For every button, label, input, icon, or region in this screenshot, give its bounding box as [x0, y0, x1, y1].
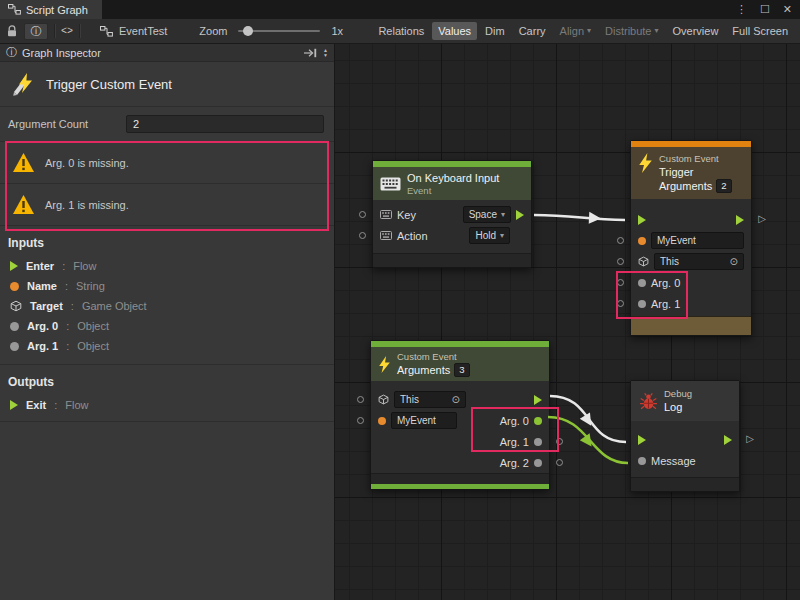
node-footer [373, 253, 531, 267]
arg0-input-port[interactable] [617, 279, 624, 286]
node-trigger-custom-event[interactable]: Custom Event Trigger Arguments2 ▷ MyEven… [630, 140, 752, 336]
input-row-arg1: Arg. 1 : Object [0, 336, 334, 356]
target-input-port[interactable] [357, 396, 364, 403]
name-input-port[interactable] [617, 237, 624, 244]
toolbar-button-dim[interactable]: Dim [479, 22, 511, 40]
graph-inspector-panel: ⓘ Graph Inspector ▲▼ Trigger Custom Even… [0, 44, 335, 600]
toolbar-separator [54, 24, 55, 38]
separator: : [66, 340, 69, 352]
toolbar-separator [79, 24, 80, 38]
object-port-icon [10, 342, 19, 351]
arg1-output-port[interactable] [534, 438, 542, 446]
flow-input-port[interactable] [638, 435, 646, 445]
chevron-down-icon: ▾ [655, 27, 659, 35]
arg2-outer-port[interactable] [556, 459, 563, 466]
node-custom-event-arguments[interactable]: Custom Event Arguments3 This⊙ MyEvent Ar… [370, 340, 550, 490]
port-row-event-name: MyEvent [631, 230, 751, 251]
name-input-port[interactable] [357, 417, 364, 424]
selected-unit-title: Trigger Custom Event [46, 77, 172, 92]
info-button[interactable]: ⓘ [24, 23, 48, 40]
event-name-input[interactable]: MyEvent [391, 412, 457, 429]
toolbar-buttons: Relations Values Dim Carry Align▾ Distri… [372, 22, 794, 40]
action-dropdown[interactable]: Hold▾ [469, 227, 510, 244]
action-input-port[interactable] [359, 232, 366, 239]
flow-output-port[interactable] [724, 435, 732, 445]
zoom-label: Zoom [199, 25, 227, 37]
object-port-icon [638, 279, 646, 287]
toolbar-button-carry[interactable]: Carry [513, 22, 552, 40]
warning-icon [12, 194, 35, 215]
zoom-knob[interactable] [243, 26, 253, 36]
object-picker-icon[interactable]: ⊙ [452, 393, 460, 406]
scroll-spinner[interactable]: ▲▼ [323, 48, 328, 58]
node-title-row: Arguments3 [397, 363, 470, 377]
message-input-port[interactable] [638, 457, 646, 465]
port-type: Object [77, 340, 109, 352]
argument-count-badge: 2 [716, 179, 731, 193]
toolbar-button-values[interactable]: Values [432, 22, 477, 40]
play-indicator-icon: ▷ [758, 214, 766, 224]
keyboard-icon [380, 177, 401, 191]
key-dropdown[interactable]: Space▾ [463, 206, 511, 223]
bolt-icon [378, 356, 391, 373]
arg0-output-port[interactable] [534, 417, 542, 425]
dock-icon[interactable] [303, 48, 318, 58]
event-name[interactable]: EventTest [119, 25, 167, 37]
node-on-keyboard-input[interactable]: On Keyboard Input Event Key Space▾ Actio… [372, 160, 532, 268]
menu-kebab-icon[interactable]: ⋮ [736, 3, 747, 16]
toolbar-button-fullscreen[interactable]: Full Screen [726, 22, 794, 40]
spinner-down-icon[interactable]: ▼ [323, 53, 328, 58]
edit-code-icon[interactable]: <‌> [61, 26, 73, 37]
warning-text: Arg. 0 is missing. [45, 157, 129, 169]
node-title: Trigger [659, 165, 732, 179]
selected-unit-header: Trigger Custom Event [0, 62, 334, 107]
toolbar-button-distribute[interactable]: Distribute▾ [599, 22, 664, 40]
close-icon[interactable]: ✕ [783, 3, 792, 16]
node-footer [631, 316, 751, 335]
port-type: Flow [65, 399, 88, 411]
lock-icon[interactable] [6, 25, 18, 38]
toolbar-button-overview[interactable]: Overview [667, 22, 725, 40]
tab-script-graph[interactable]: Script Graph [0, 0, 102, 19]
zoom-slider[interactable] [238, 30, 320, 32]
object-picker-icon[interactable]: ⊙ [730, 255, 738, 268]
graph-canvas[interactable]: On Keyboard Input Event Key Space▾ Actio… [335, 44, 800, 600]
node-category: Custom Event [397, 351, 470, 363]
flow-port-icon [10, 400, 18, 410]
keycode-icon [380, 210, 392, 219]
target-input-port[interactable] [617, 258, 624, 265]
separator: : [71, 300, 74, 312]
flow-output-port[interactable] [736, 215, 744, 225]
node-subtitle: Arguments [659, 180, 712, 192]
arg2-label: Arg. 2 [500, 457, 529, 469]
action-value: Hold [475, 229, 496, 242]
key-input-port[interactable] [359, 211, 366, 218]
port-type: String [76, 280, 105, 292]
event-name-input[interactable]: MyEvent [651, 232, 744, 249]
flow-output-port[interactable] [516, 210, 524, 220]
graph-toolbar: ⓘ <‌> EventTest Zoom 1x Relations Values… [0, 19, 800, 44]
target-object-field[interactable]: This⊙ [654, 253, 744, 270]
node-debug-log[interactable]: Debug Log ▷ Message [630, 380, 740, 492]
chevron-down-icon: ▾ [587, 27, 591, 35]
arg1-input-port[interactable] [617, 300, 624, 307]
toolbar-button-relations[interactable]: Relations [372, 22, 430, 40]
arg1-outer-port[interactable] [556, 438, 563, 445]
warning-text: Arg. 1 is missing. [45, 199, 129, 211]
arg0-label: Arg. 0 [651, 277, 680, 289]
toolbar-button-align[interactable]: Align▾ [554, 22, 597, 40]
flow-row: ▷ [631, 209, 751, 230]
target-object-field[interactable]: This⊙ [394, 391, 466, 408]
node-title: On Keyboard Input [407, 171, 499, 185]
inspector-title: Graph Inspector [22, 47, 101, 59]
inspector-header: ⓘ Graph Inspector ▲▼ [0, 44, 334, 62]
flow-row: ▷ [631, 429, 739, 450]
node-header: Custom Event Arguments3 [371, 347, 549, 381]
maximize-icon[interactable]: ☐ [760, 3, 770, 16]
port-row-arg2: Arg. 2 [371, 452, 549, 473]
argument-count-input[interactable]: 2 [126, 115, 324, 133]
flow-output-port[interactable] [534, 395, 542, 405]
arg2-output-port[interactable] [534, 459, 542, 467]
flow-input-port[interactable] [638, 215, 646, 225]
separator: : [66, 320, 69, 332]
